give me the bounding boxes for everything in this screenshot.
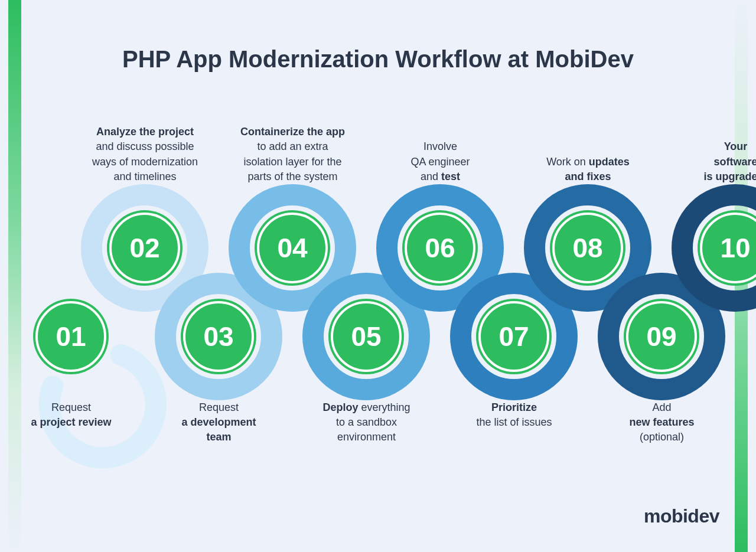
brand-mobi: mobi — [644, 505, 687, 527]
brand-dev: dev — [687, 505, 719, 527]
step-node-10: 10 — [698, 210, 756, 286]
step-node-07: 07 — [476, 299, 552, 374]
step-node-06: 06 — [402, 210, 478, 286]
svg-text:04: 04 — [277, 233, 308, 263]
svg-text:01: 01 — [56, 321, 86, 352]
svg-text:10: 10 — [720, 233, 750, 263]
step-node-03: 03 — [181, 299, 256, 374]
step-node-01: 01 — [33, 299, 109, 374]
step-label-03: Requesta developmentteam — [155, 400, 282, 445]
brand-logo: mobidev — [644, 505, 719, 527]
svg-text:05: 05 — [351, 321, 381, 352]
svg-text:08: 08 — [572, 233, 602, 263]
step-node-04: 04 — [255, 210, 330, 286]
svg-text:03: 03 — [203, 321, 233, 352]
step-node-05: 05 — [328, 299, 404, 374]
step-label-02: Analyze the projectand discuss possiblew… — [82, 125, 208, 184]
svg-text:06: 06 — [425, 233, 455, 263]
step-node-02: 02 — [107, 210, 183, 286]
step-label-01: Requesta project review — [8, 400, 135, 430]
step-label-04: Containerize the appto add an extraisola… — [229, 125, 356, 184]
step-label-06: InvolveQA engineerand test — [377, 139, 504, 184]
step-node-09: 09 — [624, 299, 699, 374]
step-label-09: Addnew features(optional) — [598, 400, 725, 445]
step-label-05: Deploy everythingto a sandboxenvironment — [303, 400, 430, 445]
step-label-10: Yoursoftwareis upgraded! — [672, 139, 756, 184]
step-label-08: Work on updatesand fixes — [524, 155, 651, 184]
workflow-diagram: 01020304050607080910 — [0, 0, 756, 552]
svg-text:02: 02 — [129, 233, 159, 263]
svg-text:07: 07 — [498, 321, 529, 352]
step-label-07: Prioritizethe list of issues — [451, 400, 578, 430]
step-node-08: 08 — [550, 210, 625, 286]
svg-text:09: 09 — [646, 321, 676, 352]
